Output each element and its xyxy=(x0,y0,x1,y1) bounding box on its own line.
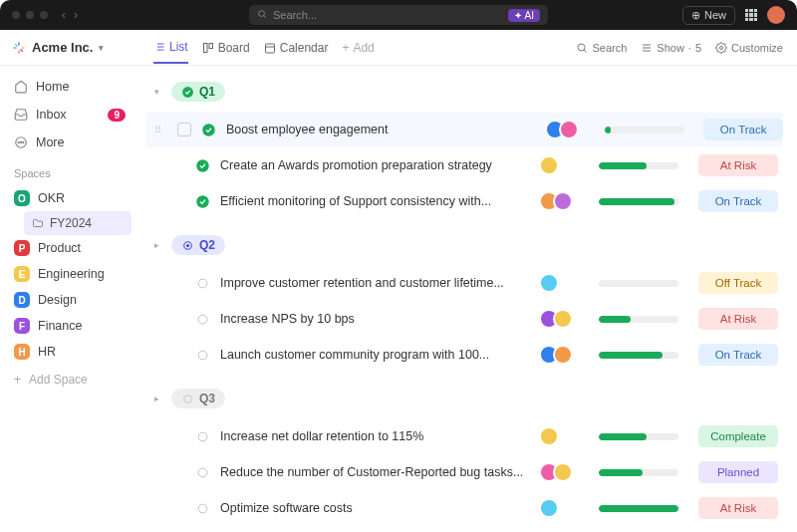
progress-bar xyxy=(599,162,688,169)
space-item-finance[interactable]: FFinance xyxy=(8,313,132,339)
status-badge[interactable]: At Risk xyxy=(698,308,778,330)
task-row[interactable]: Launch customer community program with 1… xyxy=(149,337,783,373)
svg-point-31 xyxy=(184,395,192,402)
space-item-hr[interactable]: HHR xyxy=(8,339,132,365)
checkbox[interactable] xyxy=(177,123,191,136)
toolbar-customize[interactable]: Customize xyxy=(715,42,783,54)
task-title[interactable]: Improve customer retention and customer … xyxy=(220,276,529,290)
status-badge[interactable]: On Track xyxy=(698,344,778,366)
group-header-q1[interactable]: ▾Q1 xyxy=(149,76,783,112)
status-badge[interactable]: Planned xyxy=(698,461,778,483)
task-row[interactable]: Optimize software costs At Risk xyxy=(149,490,783,526)
tab-list[interactable]: List xyxy=(153,32,188,64)
space-name: Product xyxy=(38,241,81,255)
task-row[interactable]: Efficient monitoring of Support consiste… xyxy=(149,183,783,219)
status-icon[interactable] xyxy=(195,312,210,327)
gear-icon xyxy=(715,42,727,54)
task-title[interactable]: Boost employee engagement xyxy=(226,123,535,136)
svg-point-24 xyxy=(196,159,209,172)
ai-button[interactable]: ✦ AI xyxy=(508,9,540,22)
drag-handle-icon[interactable]: ⠿ xyxy=(149,125,167,135)
board-icon xyxy=(202,42,214,54)
status-icon[interactable] xyxy=(195,348,210,363)
status-badge[interactable]: Compleate xyxy=(698,425,778,447)
tab-calendar[interactable]: Calendar xyxy=(264,33,329,63)
task-title[interactable]: Create an Awards promotion preparation s… xyxy=(220,158,529,172)
status-icon[interactable] xyxy=(195,194,210,209)
nav-home[interactable]: Home xyxy=(8,74,132,100)
task-row[interactable]: ⠿ Boost employee engagement On Track xyxy=(145,112,783,147)
space-badge: H xyxy=(14,344,30,360)
search-icon xyxy=(257,9,267,21)
space-item-okr[interactable]: OOKR xyxy=(8,185,132,211)
global-search[interactable]: Search... ✦ AI xyxy=(249,5,548,25)
assignee-avatar[interactable] xyxy=(539,273,559,293)
group-pill[interactable]: Q3 xyxy=(171,389,225,408)
svg-point-22 xyxy=(182,87,193,98)
user-avatar[interactable] xyxy=(767,6,785,24)
task-row[interactable]: Increase net dollar retention to 115% Co… xyxy=(149,418,783,454)
group-header-q3[interactable]: ▸Q3 xyxy=(149,383,783,418)
task-title[interactable]: Efficient monitoring of Support consiste… xyxy=(220,194,529,208)
assignee-avatar[interactable] xyxy=(559,120,579,139)
task-title[interactable]: Reduce the number of Customer-Reported b… xyxy=(220,465,529,479)
status-badge[interactable]: At Risk xyxy=(698,154,778,176)
assignee-avatar[interactable] xyxy=(539,426,559,446)
add-view[interactable]: + Add xyxy=(342,33,374,63)
top-right-controls: ⊕ New xyxy=(682,6,785,25)
assignee-avatar[interactable] xyxy=(553,345,573,365)
nav-more[interactable]: More xyxy=(8,130,132,155)
status-icon[interactable] xyxy=(201,123,216,137)
task-row[interactable]: Increase NPS by 10 bps At Risk xyxy=(149,301,783,337)
space-item-engineering[interactable]: EEngineering xyxy=(8,261,132,287)
caret-icon[interactable]: ▸ xyxy=(149,394,163,403)
space-item-design[interactable]: DDesign xyxy=(8,287,132,313)
assignees xyxy=(539,462,589,482)
status-badge[interactable]: At Risk xyxy=(698,497,778,519)
space-item-product[interactable]: PProduct xyxy=(8,235,132,261)
apps-icon[interactable] xyxy=(745,9,757,21)
assignee-avatar[interactable] xyxy=(553,462,573,482)
task-row[interactable]: Reduce the number of Customer-Reported b… xyxy=(149,454,783,490)
status-icon[interactable] xyxy=(195,276,210,291)
task-title[interactable]: Increase NPS by 10 bps xyxy=(220,312,529,326)
assignee-avatar[interactable] xyxy=(553,191,573,211)
progress-bar xyxy=(599,505,688,512)
caret-icon[interactable]: ▸ xyxy=(149,240,163,250)
nav-inbox[interactable]: Inbox 9 xyxy=(8,102,132,128)
min-dot[interactable] xyxy=(26,11,34,19)
add-space[interactable]: + Add Space xyxy=(8,367,132,393)
group-pill[interactable]: Q2 xyxy=(171,235,225,255)
window-controls[interactable] xyxy=(12,11,48,19)
progress-bar xyxy=(599,198,688,205)
status-badge[interactable]: On Track xyxy=(703,119,783,140)
status-badge[interactable]: Off Track xyxy=(698,272,778,294)
assignee-avatar[interactable] xyxy=(539,498,559,518)
max-dot[interactable] xyxy=(40,11,48,19)
toolbar-show[interactable]: Show · 5 xyxy=(641,42,701,54)
toolbar-search[interactable]: Search xyxy=(576,42,627,54)
back-icon[interactable]: ‹ xyxy=(62,8,66,22)
task-title[interactable]: Increase net dollar retention to 115% xyxy=(220,429,529,443)
group-header-q2[interactable]: ▸Q2 xyxy=(149,229,783,265)
task-title[interactable]: Launch customer community program with 1… xyxy=(220,348,529,362)
status-icon[interactable] xyxy=(195,501,210,516)
group-pill[interactable]: Q1 xyxy=(171,82,225,102)
space-sub-fy2024[interactable]: FY2024 xyxy=(24,211,132,235)
status-icon[interactable] xyxy=(195,158,210,173)
assignee-avatar[interactable] xyxy=(553,309,573,329)
status-badge[interactable]: On Track xyxy=(698,190,778,212)
workspace-switcher[interactable]: Acme Inc. ▾ xyxy=(0,40,139,55)
assignee-avatar[interactable] xyxy=(539,155,559,175)
task-title[interactable]: Optimize software costs xyxy=(220,501,529,515)
new-button[interactable]: ⊕ New xyxy=(682,6,735,25)
status-icon[interactable] xyxy=(195,465,210,480)
close-dot[interactable] xyxy=(12,11,20,19)
status-icon[interactable] xyxy=(195,429,210,444)
task-row[interactable]: Improve customer retention and customer … xyxy=(149,265,783,301)
view-tabs: List Board Calendar + Add Search Show · … xyxy=(139,32,797,64)
caret-icon[interactable]: ▾ xyxy=(149,87,163,97)
task-row[interactable]: Create an Awards promotion preparation s… xyxy=(149,147,783,183)
tab-board[interactable]: Board xyxy=(202,33,250,63)
forward-icon[interactable]: › xyxy=(74,8,78,22)
